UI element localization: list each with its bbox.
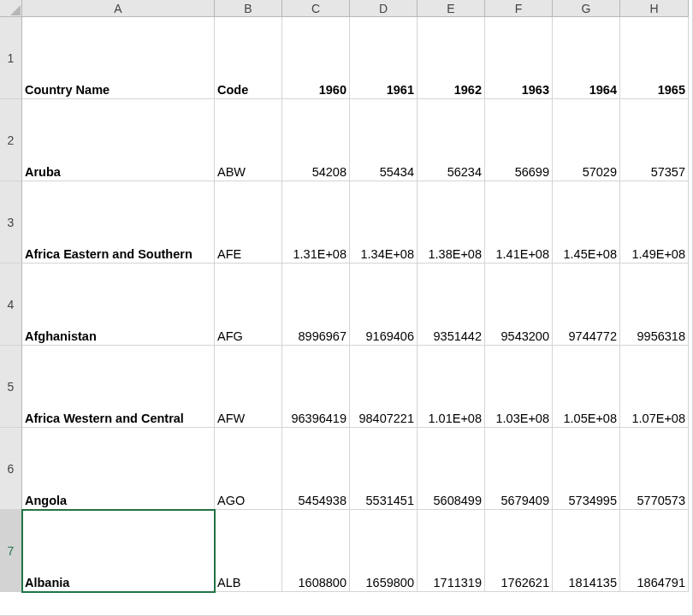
cell-E4[interactable]: 9351442 xyxy=(418,264,485,346)
cell-H4[interactable]: 9956318 xyxy=(620,264,689,346)
cell-D7[interactable]: 1659800 xyxy=(350,510,418,592)
cell-F3[interactable]: 1.41E+08 xyxy=(485,181,553,264)
cell-C5[interactable]: 96396419 xyxy=(282,346,350,428)
cell-G6[interactable]: 5734995 xyxy=(553,428,620,510)
cell-G4[interactable]: 9744772 xyxy=(553,264,620,346)
cell-B1[interactable]: Code xyxy=(215,17,282,99)
cell-F4[interactable]: 9543200 xyxy=(485,264,553,346)
cell-D3[interactable]: 1.34E+08 xyxy=(350,181,418,264)
cell-A6[interactable]: Angola xyxy=(22,428,215,510)
row-head-7[interactable]: 7 xyxy=(0,510,22,592)
cell-D6[interactable]: 5531451 xyxy=(350,428,418,510)
cell-H5[interactable]: 1.07E+08 xyxy=(620,346,689,428)
col-head-A[interactable]: A xyxy=(22,0,215,17)
cell-F7[interactable]: 1762621 xyxy=(485,510,553,592)
cell-F6[interactable]: 5679409 xyxy=(485,428,553,510)
cell-A4[interactable]: Afghanistan xyxy=(22,264,215,346)
col-head-F[interactable]: F xyxy=(485,0,553,17)
cell-G3[interactable]: 1.45E+08 xyxy=(553,181,620,264)
cell-F2[interactable]: 56699 xyxy=(485,99,553,181)
col-head-C[interactable]: C xyxy=(282,0,350,17)
cell-E2[interactable]: 56234 xyxy=(418,99,485,181)
cell-C1[interactable]: 1960 xyxy=(282,17,350,99)
cell-A7[interactable]: Albania xyxy=(22,510,215,592)
row-head-2[interactable]: 2 xyxy=(0,99,22,181)
cell-C3[interactable]: 1.31E+08 xyxy=(282,181,350,264)
row-head-3[interactable]: 3 xyxy=(0,181,22,264)
cell-C2[interactable]: 54208 xyxy=(282,99,350,181)
cell-E1[interactable]: 1962 xyxy=(418,17,485,99)
select-all-corner[interactable] xyxy=(0,0,22,17)
spreadsheet-grid: A B C D E F G H 1 Country Name Code 1960… xyxy=(0,0,693,616)
col-head-D[interactable]: D xyxy=(350,0,418,17)
cell-D4[interactable]: 9169406 xyxy=(350,264,418,346)
col-head-G[interactable]: G xyxy=(553,0,620,17)
row-head-1[interactable]: 1 xyxy=(0,17,22,99)
cell-B4[interactable]: AFG xyxy=(215,264,282,346)
cell-A3[interactable]: Africa Eastern and Southern xyxy=(22,181,215,264)
cell-E5[interactable]: 1.01E+08 xyxy=(418,346,485,428)
cell-A5[interactable]: Africa Western and Central xyxy=(22,346,215,428)
cell-G2[interactable]: 57029 xyxy=(553,99,620,181)
row-head-4[interactable]: 4 xyxy=(0,264,22,346)
col-head-H[interactable]: H xyxy=(620,0,689,17)
cell-C4[interactable]: 8996967 xyxy=(282,264,350,346)
cell-E6[interactable]: 5608499 xyxy=(418,428,485,510)
cell-H3[interactable]: 1.49E+08 xyxy=(620,181,689,264)
cell-E7[interactable]: 1711319 xyxy=(418,510,485,592)
select-all-icon xyxy=(10,5,21,15)
col-head-B[interactable]: B xyxy=(215,0,282,17)
cell-D5[interactable]: 98407221 xyxy=(350,346,418,428)
cell-C6[interactable]: 5454938 xyxy=(282,428,350,510)
cell-E3[interactable]: 1.38E+08 xyxy=(418,181,485,264)
cell-A2[interactable]: Aruba xyxy=(22,99,215,181)
cell-G7[interactable]: 1814135 xyxy=(553,510,620,592)
col-head-E[interactable]: E xyxy=(418,0,485,17)
cell-F5[interactable]: 1.03E+08 xyxy=(485,346,553,428)
cell-B3[interactable]: AFE xyxy=(215,181,282,264)
cell-B2[interactable]: ABW xyxy=(215,99,282,181)
cell-H2[interactable]: 57357 xyxy=(620,99,689,181)
cell-G1[interactable]: 1964 xyxy=(553,17,620,99)
cell-C7[interactable]: 1608800 xyxy=(282,510,350,592)
cell-A1[interactable]: Country Name xyxy=(22,17,215,99)
cell-H1[interactable]: 1965 xyxy=(620,17,689,99)
row-head-6[interactable]: 6 xyxy=(0,428,22,510)
svg-marker-0 xyxy=(10,5,21,15)
cell-B6[interactable]: AGO xyxy=(215,428,282,510)
cell-G5[interactable]: 1.05E+08 xyxy=(553,346,620,428)
cell-D2[interactable]: 55434 xyxy=(350,99,418,181)
cell-B5[interactable]: AFW xyxy=(215,346,282,428)
cell-H7[interactable]: 1864791 xyxy=(620,510,689,592)
cell-F1[interactable]: 1963 xyxy=(485,17,553,99)
row-head-5[interactable]: 5 xyxy=(0,346,22,428)
cell-D1[interactable]: 1961 xyxy=(350,17,418,99)
cell-H6[interactable]: 5770573 xyxy=(620,428,689,510)
cell-B7[interactable]: ALB xyxy=(215,510,282,592)
